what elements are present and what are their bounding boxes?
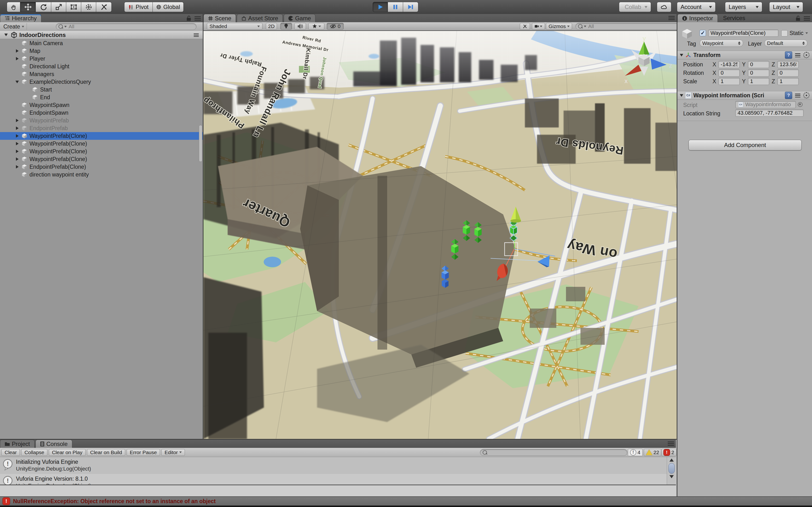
- presets-icon[interactable]: [795, 92, 801, 99]
- hierarchy-row[interactable]: Directional Light: [0, 62, 203, 70]
- step-button[interactable]: [403, 2, 418, 12]
- scroll-thumb[interactable]: [668, 463, 675, 474]
- foldout-icon[interactable]: [13, 117, 21, 124]
- help-icon[interactable]: ?: [785, 51, 792, 59]
- scene-effects-dropdown[interactable]: [308, 23, 324, 30]
- scene-tools-button[interactable]: [520, 23, 530, 30]
- panel-menu-icon[interactable]: [804, 16, 810, 21]
- foldout-icon[interactable]: [13, 140, 21, 148]
- panel-menu-icon[interactable]: [195, 16, 201, 21]
- scene-menu-icon[interactable]: [194, 33, 199, 37]
- scale-y-field[interactable]: [748, 78, 769, 85]
- rotate-tool-button[interactable]: [36, 2, 51, 12]
- rect-tool-button[interactable]: [66, 2, 81, 12]
- foldout-icon[interactable]: [13, 70, 21, 78]
- location-string-field[interactable]: [735, 109, 804, 117]
- console-search[interactable]: [480, 449, 627, 456]
- scene-header-row[interactable]: IndoorDirections: [0, 31, 203, 39]
- hierarchy-row[interactable]: EndpointPrefab(Clone): [0, 163, 203, 171]
- marker-green-stack[interactable]: [463, 220, 470, 241]
- warning-filter-badge[interactable]: 22: [644, 449, 661, 456]
- error-filter-badge[interactable]: ! 2: [661, 449, 676, 456]
- clear-button[interactable]: Clear: [1, 449, 20, 456]
- hierarchy-row[interactable]: Start: [0, 86, 203, 94]
- foldout-icon[interactable]: [13, 155, 21, 163]
- pause-button[interactable]: [388, 2, 403, 12]
- foldout-down-icon[interactable]: [3, 31, 9, 39]
- gizmo-z-label[interactable]: z: [669, 62, 672, 69]
- tab-scene[interactable]: Scene: [203, 14, 236, 22]
- foldout-icon[interactable]: [13, 109, 21, 117]
- foldout-icon[interactable]: [13, 47, 21, 55]
- console-entry[interactable]: ! Initializing Vuforia Engine UnityEngin…: [0, 457, 667, 474]
- console-entry[interactable]: ! Vuforia Engine Version: 8.1.0 UnityEng…: [0, 474, 667, 485]
- layer-dropdown[interactable]: Default: [764, 40, 807, 47]
- account-dropdown[interactable]: Account: [677, 2, 716, 12]
- foldout-icon[interactable]: [13, 132, 21, 140]
- console-scrollbar[interactable]: [667, 457, 676, 485]
- marker-green-stack[interactable]: [451, 239, 458, 260]
- scene-search-input[interactable]: [588, 23, 677, 30]
- hierarchy-search-input[interactable]: [68, 23, 194, 30]
- transform-component-header[interactable]: Transform ?: [677, 51, 812, 59]
- scroll-up-icon[interactable]: [669, 458, 674, 462]
- gear-icon[interactable]: [803, 92, 810, 99]
- position-z-field[interactable]: [777, 61, 799, 68]
- foldout-icon[interactable]: [13, 101, 21, 109]
- foldout-icon[interactable]: [13, 171, 21, 178]
- move-tool-button[interactable]: [20, 2, 36, 12]
- script-object-field[interactable]: C# WaypointInformatio: [735, 101, 803, 108]
- gameobject-name-field[interactable]: [708, 30, 778, 37]
- scene-audio-toggle[interactable]: [294, 23, 306, 30]
- tab-console[interactable]: Console: [36, 440, 72, 448]
- position-x-field[interactable]: [718, 61, 740, 68]
- tag-dropdown[interactable]: Waypoint: [700, 40, 743, 47]
- hierarchy-row[interactable]: EndpointPrefab: [0, 124, 203, 132]
- scene-lighting-toggle[interactable]: [280, 23, 292, 30]
- tab-game[interactable]: Game: [284, 14, 315, 22]
- scale-z-field[interactable]: [777, 78, 799, 85]
- scene-viewport[interactable]: Ralph Tyler DrRiver RdAndrews Memorial D…: [203, 31, 677, 439]
- hierarchy-row[interactable]: WaypointPrefab: [0, 117, 203, 124]
- editor-dropdown[interactable]: Editor: [161, 449, 185, 456]
- tab-project[interactable]: Project: [0, 440, 35, 448]
- create-dropdown[interactable]: Create: [3, 23, 24, 30]
- position-y-field[interactable]: [748, 61, 769, 68]
- transform-tool-button[interactable]: [81, 2, 96, 12]
- object-picker-icon[interactable]: [798, 102, 803, 107]
- foldout-icon[interactable]: [13, 163, 21, 171]
- gizmos-dropdown[interactable]: Gizmos: [546, 23, 572, 30]
- hierarchy-row[interactable]: WaypointPrefab(Clone): [0, 132, 203, 140]
- hierarchy-row[interactable]: End: [0, 94, 203, 101]
- foldout-icon[interactable]: [13, 124, 21, 132]
- hierarchy-row[interactable]: EndpointSpawn: [0, 109, 203, 117]
- active-checkbox[interactable]: ✓: [700, 30, 706, 36]
- gizmo-y-label[interactable]: y: [643, 35, 646, 42]
- foldout-icon[interactable]: [13, 148, 21, 155]
- static-toggle[interactable]: Static: [781, 30, 808, 37]
- tab-asset-store[interactable]: Asset Store: [237, 14, 283, 22]
- clear-on-play-button[interactable]: Clear on Play: [49, 449, 86, 456]
- error-pause-button[interactable]: Error Pause: [126, 449, 160, 456]
- scale-x-field[interactable]: [718, 78, 740, 85]
- foldout-icon[interactable]: [13, 55, 21, 62]
- hierarchy-row[interactable]: direction waypoint entity: [0, 171, 203, 178]
- tab-services[interactable]: Services: [719, 14, 750, 22]
- hierarchy-row[interactable]: Player: [0, 55, 203, 62]
- foldout-down-icon[interactable]: [680, 94, 683, 97]
- gameobject-icon[interactable]: [681, 27, 693, 40]
- play-button[interactable]: [373, 2, 388, 12]
- marker-green-stack-selected[interactable]: [510, 220, 517, 241]
- rotation-x-field[interactable]: [718, 69, 740, 76]
- foldout-icon[interactable]: [13, 39, 21, 47]
- foldout-down-icon[interactable]: [680, 54, 683, 56]
- gizmo-x-label[interactable]: x: [624, 77, 627, 84]
- lock-icon[interactable]: [186, 15, 191, 21]
- 2d-toggle-button[interactable]: 2D: [266, 23, 277, 30]
- scale-tool-button[interactable]: [51, 2, 66, 12]
- clear-on-build-button[interactable]: Clear on Build: [87, 449, 125, 456]
- cloud-button[interactable]: [657, 2, 671, 12]
- panel-menu-icon[interactable]: [668, 15, 675, 20]
- foldout-icon[interactable]: [24, 94, 32, 101]
- rotation-y-field[interactable]: [748, 69, 769, 76]
